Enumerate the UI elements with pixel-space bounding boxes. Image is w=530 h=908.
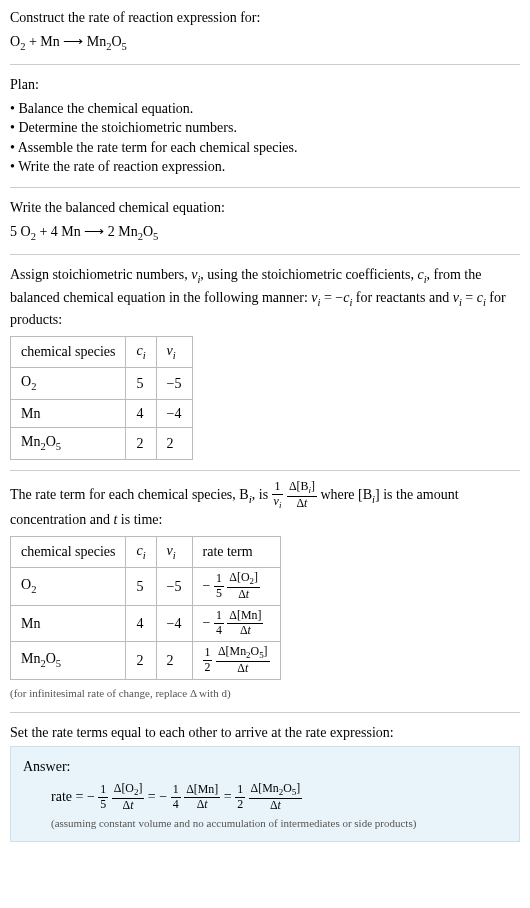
table-row: Mn 4 −4 − 14 Δ[Mn]Δt (11, 606, 281, 642)
cell-nu: −4 (156, 399, 192, 428)
cell-rate: − 15 Δ[O2]Δt (192, 568, 280, 606)
balanced-section: Write the balanced chemical equation: 5 … (10, 198, 520, 244)
fraction: 14 (214, 610, 224, 637)
cell-species: Mn2O5 (11, 428, 126, 459)
cell-species: Mn (11, 399, 126, 428)
plan-item: Write the rate of reaction expression. (10, 157, 520, 177)
sign: − (159, 789, 167, 804)
sign: − (203, 615, 211, 630)
rate-label: rate = (51, 789, 87, 804)
final-intro: Set the rate terms equal to each other t… (10, 723, 520, 743)
table-row: O2 5 −5 − 15 Δ[O2]Δt (11, 568, 281, 606)
cell-species: O2 (11, 368, 126, 399)
rate-intro-mid: , is (252, 487, 268, 502)
col-nu: νi (156, 336, 192, 367)
stoich-intro: Assign stoichiometric numbers, νi, using… (10, 265, 520, 330)
plan-section: Plan: Balance the chemical equation. Det… (10, 75, 520, 177)
table-row: O2 5 −5 (11, 368, 193, 399)
sign: − (203, 578, 211, 593)
frac-den: νi (272, 495, 284, 510)
divider (10, 64, 520, 65)
frac-den: Δt (287, 497, 317, 510)
cell-nu: −5 (156, 568, 192, 606)
col-species: chemical species (11, 336, 126, 367)
answer-term: − 14 Δ[Mn]Δt (159, 789, 223, 804)
answer-note: (assuming constant volume and no accumul… (23, 816, 507, 831)
cell-nu: 2 (156, 428, 192, 459)
table-row: Mn2O5 2 2 12 Δ[Mn2O5]Δt (11, 642, 281, 680)
cell-rate: − 14 Δ[Mn]Δt (192, 606, 280, 642)
col-c: ci (126, 336, 156, 367)
rate-table: chemical species ci νi rate term O2 5 −5… (10, 536, 281, 681)
divider (10, 712, 520, 713)
fraction: 12 (203, 647, 213, 674)
col-rate: rate term (192, 536, 280, 567)
plan-item: Balance the chemical equation. (10, 99, 520, 119)
frac-num: Δ[Bi] (287, 481, 317, 497)
plan-item: Determine the stoichiometric numbers. (10, 118, 520, 138)
table-row: Mn 4 −4 (11, 399, 193, 428)
rate-formula: 1νi Δ[Bi]Δt (272, 487, 321, 502)
cell-species: Mn (11, 606, 126, 642)
fraction: Δ[O2]Δt (227, 572, 260, 601)
cell-nu: −5 (156, 368, 192, 399)
col-nu: νi (156, 536, 192, 567)
cell-species: O2 (11, 568, 126, 606)
fraction: Δ[Mn]Δt (184, 784, 220, 811)
cell-rate: 12 Δ[Mn2O5]Δt (192, 642, 280, 680)
answer-label: Answer: (23, 757, 507, 777)
answer-term: 12 Δ[Mn2O5]Δt (235, 789, 302, 804)
plan-list: Balance the chemical equation. Determine… (10, 99, 520, 177)
rate-intro-pre: The rate term for each chemical species,… (10, 487, 249, 502)
divider (10, 254, 520, 255)
table-header-row: chemical species ci νi rate term (11, 536, 281, 567)
fraction: 1νi (272, 481, 284, 510)
balanced-title: Write the balanced chemical equation: (10, 198, 520, 218)
answer-box: Answer: rate = − 15 Δ[O2]Δt = − 14 Δ[Mn]… (10, 746, 520, 842)
cell-c: 4 (126, 606, 156, 642)
prompt-equation: O2 + Mn ⟶ Mn2O5 (10, 32, 520, 54)
cell-nu: 2 (156, 642, 192, 680)
table-header-row: chemical species ci νi (11, 336, 193, 367)
divider (10, 470, 520, 471)
fraction: Δ[Mn2O5]Δt (216, 646, 270, 675)
fraction: 14 (171, 784, 181, 811)
col-species: chemical species (11, 536, 126, 567)
cell-species: Mn2O5 (11, 642, 126, 680)
prompt-section: Construct the rate of reaction expressio… (10, 8, 520, 54)
cell-nu: −4 (156, 606, 192, 642)
prompt-text: Construct the rate of reaction expressio… (10, 8, 520, 28)
fraction: 15 (98, 784, 108, 811)
stoich-table: chemical species ci νi O2 5 −5 Mn 4 −4 M… (10, 336, 193, 460)
fraction: Δ[Mn]Δt (227, 610, 263, 637)
answer-term: − 15 Δ[O2]Δt (87, 789, 148, 804)
fraction: Δ[Mn2O5]Δt (249, 783, 303, 812)
cell-c: 4 (126, 399, 156, 428)
fraction: Δ[O2]Δt (112, 783, 145, 812)
col-c: ci (126, 536, 156, 567)
rate-section: The rate term for each chemical species,… (10, 481, 520, 702)
rate-note: (for infinitesimal rate of change, repla… (10, 686, 520, 701)
balanced-equation: 5 O2 + 4 Mn ⟶ 2 Mn2O5 (10, 222, 520, 244)
plan-title: Plan: (10, 75, 520, 95)
divider (10, 187, 520, 188)
cell-c: 2 (126, 428, 156, 459)
stoich-section: Assign stoichiometric numbers, νi, using… (10, 265, 520, 460)
plan-item: Assemble the rate term for each chemical… (10, 138, 520, 158)
cell-c: 2 (126, 642, 156, 680)
fraction: 12 (235, 784, 245, 811)
frac-num: 1 (272, 481, 284, 495)
cell-c: 5 (126, 568, 156, 606)
table-row: Mn2O5 2 2 (11, 428, 193, 459)
answer-expression: rate = − 15 Δ[O2]Δt = − 14 Δ[Mn]Δt = 12 … (23, 783, 507, 812)
sign: − (87, 789, 95, 804)
cell-c: 5 (126, 368, 156, 399)
rate-intro: The rate term for each chemical species,… (10, 481, 520, 530)
fraction: Δ[Bi]Δt (287, 481, 317, 510)
fraction: 15 (214, 573, 224, 600)
